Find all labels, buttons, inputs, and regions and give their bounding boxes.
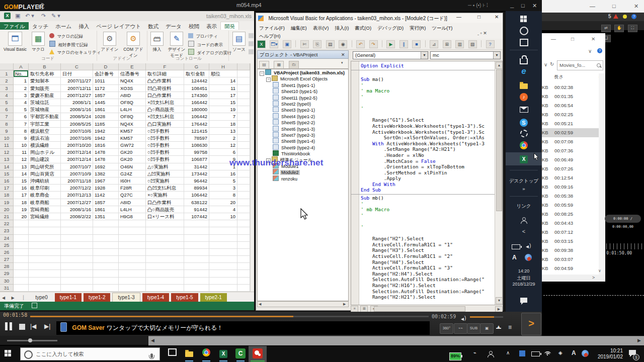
cell-D15[interactable]: 1382	[93, 170, 119, 177]
cell-D17[interactable]: 1928	[93, 185, 119, 192]
close-button[interactable]: ✕	[532, 0, 537, 11]
row-header-7[interactable]: 7	[0, 113, 14, 120]
procedure-dropdown[interactable]: mc ▼	[430, 51, 501, 59]
xml-expansion-button[interactable]: 拡張パ	[249, 41, 254, 48]
cell-E28[interactable]	[119, 263, 146, 270]
cell-B11[interactable]: 横浜繊維	[29, 142, 61, 149]
file-row[interactable]: KB00:06:54	[542, 101, 599, 110]
cell-A14[interactable]: 13	[14, 163, 29, 170]
cell-D1[interactable]: 会計番号	[93, 70, 119, 77]
tree-item[interactable]: ThisWorkbook	[258, 150, 348, 156]
cell-H22[interactable]	[209, 220, 237, 227]
cell-D19[interactable]: 1857	[93, 199, 119, 206]
cell-G30[interactable]	[184, 278, 209, 285]
sheet-tab-type1-4[interactable]: type1-4	[142, 293, 169, 302]
project-tree-hscrollbar[interactable]: ◀ ▶	[257, 301, 349, 307]
cell-A12[interactable]: 11	[14, 149, 29, 156]
cell-E1[interactable]: 信憑番号	[119, 70, 146, 77]
code-hscrollbar-thumb[interactable]	[374, 306, 465, 312]
relative-reference-button[interactable]: 相対参照で記録	[49, 41, 88, 48]
cell-H11[interactable]: 12	[209, 142, 237, 149]
cell-C31[interactable]	[61, 285, 93, 292]
cell-E30[interactable]	[119, 278, 146, 285]
cell-H20[interactable]: 4	[209, 206, 237, 213]
row-header-14[interactable]: 14	[0, 163, 14, 170]
properties-button[interactable]: プロパティ	[188, 33, 218, 40]
cell-G27[interactable]	[184, 256, 209, 263]
cell-H15[interactable]: 16	[209, 170, 237, 177]
cell-F10[interactable]: ○凹手数料	[146, 135, 184, 142]
file-row[interactable]: KB00:07:26	[542, 164, 599, 173]
bg-restore-button[interactable]: □	[612, 3, 616, 9]
people-icon[interactable]	[487, 351, 494, 358]
vba-toolbar[interactable]: X 🗔▾ ▣ ✄ ⎘ ▤ ◉ ↶ ↷ ▶ ∥ ■ ⊿ ⊞ ▥ ▧ ?	[256, 39, 503, 50]
desktop-toolbar-expand-icon[interactable]: »	[506, 186, 542, 192]
cell-A17[interactable]: 16	[14, 185, 29, 192]
next-button[interactable]: ▶|	[44, 323, 50, 330]
cell-B7[interactable]: 宇都宮不動産	[29, 113, 61, 120]
cell-B28[interactable]	[29, 263, 61, 270]
sheet-tab-type1-1[interactable]: type1-1	[55, 293, 82, 302]
ime-input-indicator[interactable]: A	[512, 254, 517, 261]
cell-F12[interactable]: ○凹手数料	[146, 149, 184, 156]
cell-E25[interactable]	[119, 242, 146, 249]
cell-A4[interactable]: 3	[14, 92, 29, 99]
project-panel-close-icon[interactable]: ✕	[341, 51, 345, 59]
file-row[interactable]: KB00:07:08	[542, 137, 599, 146]
visual-basic-button[interactable]: 🗖 Visual Basic	[2, 31, 28, 52]
editor-hscrollbar[interactable]: ◀ ▶	[148, 336, 644, 345]
row-header-15[interactable]: 15	[0, 170, 14, 177]
fit-screen-icon[interactable]: ⛶	[628, 25, 637, 32]
cell-C21[interactable]: 2008/2/22	[61, 213, 93, 220]
cell-F19[interactable]: 口凸作業料	[146, 199, 184, 206]
cell-H6[interactable]: 19	[209, 106, 237, 113]
sheet-tab-type1-3[interactable]: type1-3	[112, 293, 140, 303]
cell-C22[interactable]	[61, 220, 93, 227]
cell-C8[interactable]: 2008/5/25	[61, 121, 93, 128]
cell-E26[interactable]	[119, 249, 146, 256]
cell-E11[interactable]: GW72	[119, 142, 146, 149]
taskbar-clock[interactable]: 10:21 2019/01/02	[593, 348, 623, 360]
cell-F29[interactable]	[146, 270, 184, 277]
cell-D13[interactable]: 1478	[93, 156, 119, 163]
run-dialog-button[interactable]: ダイアログの実行	[188, 49, 232, 56]
gom-settings-gear-icon[interactable]	[38, 3, 45, 10]
explorer-close-button[interactable]: ✕	[591, 36, 595, 42]
scroll-right-chevron[interactable]: >	[592, 275, 595, 280]
cell-A10[interactable]: 9	[14, 135, 29, 142]
cell-E4[interactable]: A8ID	[119, 92, 146, 99]
tree-item[interactable]: Module2	[258, 169, 348, 175]
cell-A25[interactable]	[14, 242, 29, 249]
cell-H1[interactable]: 順位	[209, 70, 237, 77]
row-header-19[interactable]: 19	[0, 199, 14, 206]
task-view-button[interactable]	[166, 348, 178, 359]
tree-item[interactable]: Sheet2 (type0)	[258, 101, 348, 107]
cell-B24[interactable]	[29, 235, 61, 242]
cell-F22[interactable]	[146, 220, 184, 227]
tree-item[interactable]: Sheet7 (type2-3)	[258, 132, 348, 138]
sheet-nav-prev-icon[interactable]: ◀	[2, 296, 5, 300]
background-window-titlebar[interactable]: — □ ✕	[542, 0, 644, 13]
explorer-search-box[interactable]: Movies_fo...	[557, 60, 603, 70]
cell-B15[interactable]: 岡山百貨店	[29, 170, 61, 177]
cell-G21[interactable]: 107442	[184, 213, 209, 220]
file-explorer-icon[interactable]	[183, 348, 195, 359]
cell-C12[interactable]: 2007/12/14	[61, 149, 93, 156]
battery-icon[interactable]	[512, 242, 520, 251]
row-header-10[interactable]: 10	[0, 135, 14, 142]
vba-titlebar[interactable]: Microsoft Visual Basic for Applications …	[256, 13, 503, 23]
row-header-21[interactable]: 21	[0, 213, 14, 220]
help-icon[interactable]: ?	[486, 40, 495, 48]
cell-F6[interactable]: 凸○商品販売	[146, 106, 184, 113]
360-view-button[interactable]: 360°	[440, 323, 453, 334]
macros-button[interactable]: ▦ マクロ	[29, 31, 47, 53]
insert-control-button[interactable]: 🗃 挿入	[149, 31, 165, 53]
row-header-17[interactable]: 17	[0, 185, 14, 192]
cell-A21[interactable]: 20	[14, 213, 29, 220]
gom-feature-icons[interactable]: ─ ▪ (•) ⊦ ⁞	[468, 3, 488, 8]
crop-tool-icon[interactable]: ⇄	[601, 25, 611, 32]
cell-F31[interactable]	[146, 285, 184, 292]
panel-overflow-icon[interactable]: ▾	[341, 61, 343, 65]
ime-indicator[interactable]: A	[572, 349, 576, 356]
file-row[interactable]: KB00:05:59	[542, 201, 599, 210]
